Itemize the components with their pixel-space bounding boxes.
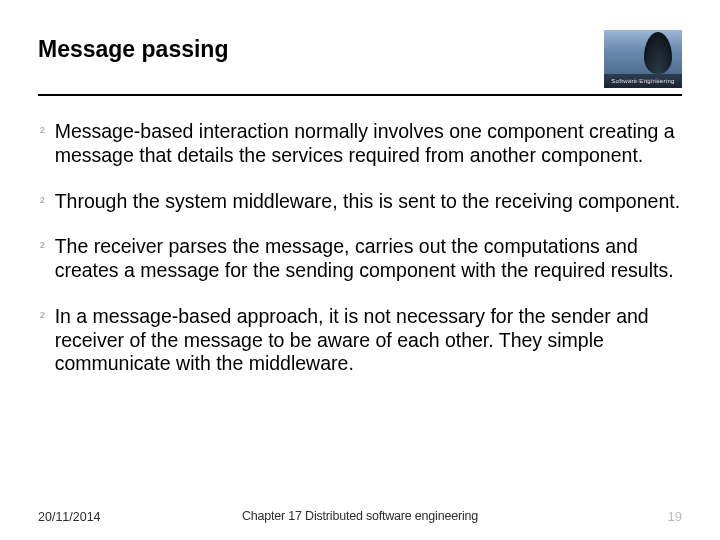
list-item-text: Message-based interaction normally invol… xyxy=(55,120,682,168)
list-item-text: Through the system middleware, this is s… xyxy=(55,190,682,214)
diamond-bullet-icon: ² xyxy=(40,305,45,376)
footer-chapter: Chapter 17 Distributed software engineer… xyxy=(242,509,478,523)
logo-building-icon xyxy=(644,32,672,74)
diamond-bullet-icon: ² xyxy=(40,190,45,214)
bullet-list: ² Message-based interaction normally inv… xyxy=(38,106,682,376)
slide: Message passing Software Engineering Ian… xyxy=(0,0,720,540)
list-item: ² The receiver parses the message, carri… xyxy=(38,235,682,283)
book-cover-logo: Software Engineering Ian Sommerville xyxy=(604,30,682,92)
logo-author-text: Ian Sommerville xyxy=(604,77,682,83)
list-item: ² Through the system middleware, this is… xyxy=(38,190,682,214)
footer-page-number: 19 xyxy=(668,509,682,524)
diamond-bullet-icon: ² xyxy=(40,120,45,168)
list-item-text: In a message-based approach, it is not n… xyxy=(55,305,682,376)
header-row: Message passing Software Engineering Ian… xyxy=(38,30,682,92)
header-divider xyxy=(38,94,682,96)
list-item-text: The receiver parses the message, carries… xyxy=(55,235,682,283)
slide-footer: 20/11/2014 Chapter 17 Distributed softwa… xyxy=(0,509,720,524)
list-item: ² Message-based interaction normally inv… xyxy=(38,120,682,168)
slide-title: Message passing xyxy=(38,30,228,81)
diamond-bullet-icon: ² xyxy=(40,235,45,283)
list-item: ² In a message-based approach, it is not… xyxy=(38,305,682,376)
footer-date: 20/11/2014 xyxy=(38,510,101,524)
